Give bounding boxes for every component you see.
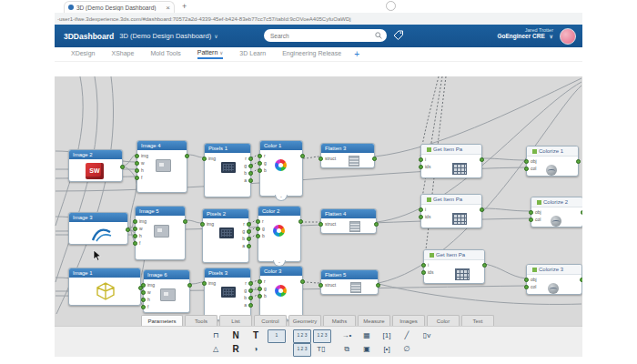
browser-profile-icon[interactable] — [386, 1, 396, 11]
palette-tab-measure[interactable]: Measure — [358, 315, 390, 326]
real-icon[interactable]: R — [228, 343, 244, 355]
output-port[interactable] — [126, 228, 130, 232]
output-port[interactable] — [580, 278, 582, 282]
node-getitem3[interactable]: Get Item Paiids — [423, 249, 485, 284]
output-port[interactable] — [300, 279, 305, 284]
node-image2[interactable]: Image 2SW — [68, 149, 123, 182]
palette-tab-tools[interactable]: Tools — [185, 315, 217, 326]
output-port[interactable] — [248, 157, 253, 161]
input-port[interactable] — [135, 154, 139, 158]
input-port[interactable] — [258, 294, 262, 298]
tab-xshape[interactable]: XShape — [111, 50, 134, 58]
browser-tab[interactable]: 3D (Demo Design Dashboard) × — [64, 1, 175, 13]
tab-xdesign[interactable]: XDesign — [71, 50, 95, 58]
output-port[interactable] — [581, 210, 582, 215]
angle-icon[interactable]: △ — [207, 343, 224, 355]
node-canvas[interactable]: Image 2SWImage 3Image 1Image 4imgwhfImag… — [55, 76, 582, 326]
node-image6[interactable]: Image 6imgwhf — [143, 269, 190, 313]
value-list-icon[interactable]: ▯v — [419, 329, 435, 341]
input-port[interactable] — [318, 283, 323, 288]
output-port[interactable] — [576, 159, 581, 164]
node-image1[interactable]: Image 1 — [68, 268, 141, 306]
dimension-icon[interactable]: ⊓ — [207, 329, 224, 341]
output-port[interactable] — [248, 281, 253, 286]
input-port[interactable] — [419, 165, 423, 169]
node-pixels3[interactable]: Pixels 3imgrgba — [204, 268, 251, 320]
input-port[interactable] — [141, 305, 146, 309]
dashboard-title[interactable]: 3D (Demo Design Dashboard) — [119, 32, 211, 40]
input-port[interactable] — [524, 278, 529, 282]
input-port[interactable] — [256, 234, 260, 238]
output-port[interactable] — [247, 244, 251, 248]
url-bar[interactable]: -user1-ifwe.3dexperience.3ds.com/#dashbo… — [55, 13, 582, 25]
node-image4[interactable]: Image 4imgwhf — [136, 140, 187, 193]
output-port[interactable] — [372, 157, 377, 161]
node-pixels2[interactable]: Pixels 2imgrgba — [202, 208, 249, 263]
input-port[interactable] — [133, 219, 137, 224]
user-menu[interactable]: Jared Trotter GoEngineer CRE ∨ — [497, 27, 553, 40]
output-port[interactable] — [247, 222, 251, 227]
input-port[interactable] — [202, 281, 207, 286]
palette-tab-geometry[interactable]: Geometry — [288, 315, 321, 326]
output-port[interactable] — [482, 263, 487, 268]
avatar[interactable] — [560, 28, 576, 45]
node-color3[interactable]: Color 3rgb⌄ — [259, 266, 303, 320]
input-port[interactable] — [524, 159, 529, 164]
input-port[interactable] — [421, 263, 426, 268]
node-colorize3[interactable]: Colorize 3objcol — [526, 264, 582, 295]
node-flatten3[interactable]: Flatten 3struct — [320, 143, 375, 168]
node-getitem1[interactable]: Get Item Paiids — [420, 144, 482, 178]
tab-pattern[interactable]: Pattern∨ — [197, 49, 224, 59]
node-color2[interactable]: Color 2rgb⌄ — [258, 206, 301, 262]
input-port[interactable] — [141, 283, 146, 288]
input-port[interactable] — [318, 222, 323, 227]
input-port[interactable] — [141, 290, 146, 295]
output-port[interactable] — [300, 154, 305, 158]
node-flatten4[interactable]: Flatten 4struct — [320, 208, 377, 234]
display-panel-icon[interactable]: ▦ — [359, 329, 375, 341]
text-field-icon[interactable]: T▯ — [313, 343, 329, 355]
input-port[interactable] — [529, 217, 533, 222]
output-port[interactable] — [248, 164, 253, 168]
palette-tab-control[interactable]: Control — [254, 315, 287, 326]
output-port[interactable] — [248, 303, 253, 308]
input-port[interactable] — [419, 215, 423, 219]
search-box[interactable] — [264, 29, 387, 42]
input-port[interactable] — [524, 167, 529, 171]
connector-icon[interactable]: →• — [339, 329, 355, 341]
node-pixels1[interactable]: Pixels 1imgrgba — [204, 143, 251, 197]
add-tab-button[interactable]: + — [354, 49, 359, 59]
output-port[interactable] — [374, 222, 379, 227]
node-colorize2[interactable]: Colorize 2objcol — [531, 197, 582, 228]
input-port[interactable] — [421, 270, 426, 275]
input-port[interactable] — [135, 176, 139, 180]
input-port[interactable] — [529, 210, 533, 215]
node-image3[interactable]: Image 3 — [68, 212, 128, 245]
palette-tab-parameters[interactable]: Parameters — [141, 315, 183, 326]
output-port[interactable] — [247, 229, 251, 234]
input-port[interactable] — [258, 168, 262, 173]
search-input[interactable] — [268, 32, 373, 40]
output-port[interactable] — [480, 157, 484, 162]
chevron-down-icon[interactable]: ∨ — [214, 33, 217, 39]
output-port[interactable] — [183, 219, 187, 224]
number-slider-icon[interactable]: 1 2 3 — [293, 329, 311, 343]
palette-tab-text[interactable]: Text — [461, 315, 494, 326]
item-icon[interactable]: [•] — [379, 343, 395, 355]
search-icon[interactable] — [375, 32, 382, 39]
tab-close-icon[interactable]: × — [166, 4, 170, 12]
input-port[interactable] — [202, 157, 207, 161]
input-port[interactable] — [419, 157, 423, 162]
output-port[interactable] — [248, 296, 253, 300]
input-port[interactable] — [200, 222, 205, 227]
node-image5[interactable]: Image 5imgwhf — [135, 206, 186, 260]
node-flatten5[interactable]: Flatten 5struct — [320, 269, 379, 295]
input-port[interactable] — [258, 154, 262, 158]
output-port[interactable] — [298, 219, 303, 224]
output-port[interactable] — [376, 283, 380, 288]
null-icon[interactable]: ∅ — [399, 343, 415, 355]
input-port[interactable] — [258, 161, 262, 166]
multi-slider-icon[interactable]: 1 2 3 — [313, 329, 331, 343]
text-icon[interactable]: T — [248, 329, 264, 341]
brand-logo[interactable]: 3DDashboard — [64, 32, 114, 41]
